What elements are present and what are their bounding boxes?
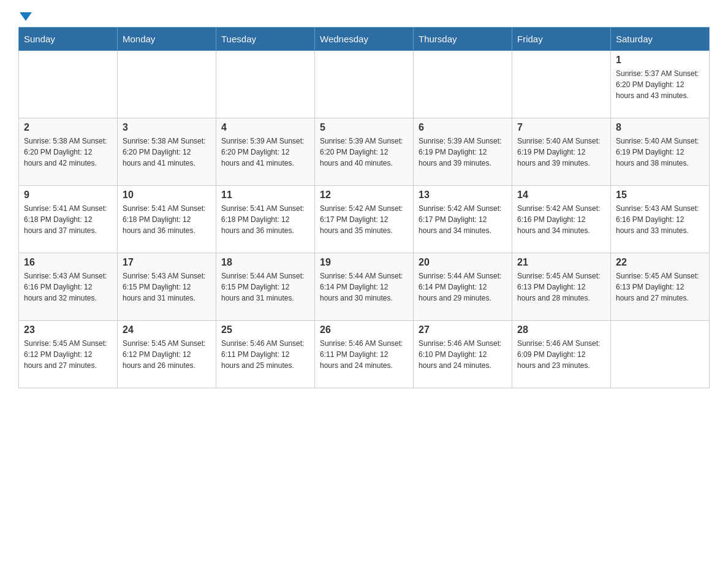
day-number: 26 <box>320 324 408 335</box>
calendar-cell: 22Sunrise: 5:45 AM Sunset: 6:13 PM Dayli… <box>611 253 710 321</box>
logo-arrow-icon <box>20 12 32 21</box>
calendar-cell: 15Sunrise: 5:43 AM Sunset: 6:16 PM Dayli… <box>611 186 710 253</box>
calendar-cell: 14Sunrise: 5:42 AM Sunset: 6:16 PM Dayli… <box>512 186 611 253</box>
day-info: Sunrise: 5:42 AM Sunset: 6:16 PM Dayligh… <box>517 203 605 236</box>
calendar-cell <box>216 51 315 118</box>
weekday-header-sunday: Sunday <box>19 28 118 51</box>
weekday-header-monday: Monday <box>118 28 216 51</box>
day-number: 12 <box>320 190 408 201</box>
weekday-header-saturday: Saturday <box>611 28 710 51</box>
calendar-cell: 8Sunrise: 5:40 AM Sunset: 6:19 PM Daylig… <box>611 118 710 186</box>
calendar-cell <box>315 51 414 118</box>
day-number: 11 <box>221 190 309 201</box>
day-info: Sunrise: 5:45 AM Sunset: 6:12 PM Dayligh… <box>24 338 112 371</box>
day-info: Sunrise: 5:44 AM Sunset: 6:14 PM Dayligh… <box>320 270 408 304</box>
day-number: 21 <box>517 257 605 268</box>
day-number: 22 <box>616 257 704 268</box>
calendar-cell: 17Sunrise: 5:43 AM Sunset: 6:15 PM Dayli… <box>118 253 216 321</box>
day-info: Sunrise: 5:42 AM Sunset: 6:17 PM Dayligh… <box>419 203 507 236</box>
day-info: Sunrise: 5:46 AM Sunset: 6:10 PM Dayligh… <box>419 338 507 371</box>
day-number: 15 <box>616 190 704 201</box>
weekday-header-wednesday: Wednesday <box>315 28 414 51</box>
day-info: Sunrise: 5:45 AM Sunset: 6:13 PM Dayligh… <box>517 270 605 304</box>
calendar-week-row: 16Sunrise: 5:43 AM Sunset: 6:16 PM Dayli… <box>19 253 710 321</box>
day-info: Sunrise: 5:39 AM Sunset: 6:20 PM Dayligh… <box>320 136 408 169</box>
day-number: 16 <box>24 257 112 268</box>
day-info: Sunrise: 5:39 AM Sunset: 6:19 PM Dayligh… <box>419 136 507 169</box>
weekday-header-row: SundayMondayTuesdayWednesdayThursdayFrid… <box>19 28 710 51</box>
calendar-cell <box>118 51 216 118</box>
day-number: 4 <box>221 122 309 133</box>
day-number: 27 <box>419 324 507 335</box>
day-info: Sunrise: 5:39 AM Sunset: 6:20 PM Dayligh… <box>221 136 309 169</box>
day-info: Sunrise: 5:38 AM Sunset: 6:20 PM Dayligh… <box>24 136 112 169</box>
calendar-week-row: 23Sunrise: 5:45 AM Sunset: 6:12 PM Dayli… <box>19 321 710 388</box>
calendar-cell: 23Sunrise: 5:45 AM Sunset: 6:12 PM Dayli… <box>19 321 118 388</box>
day-number: 6 <box>419 122 507 133</box>
day-number: 14 <box>517 190 605 201</box>
weekday-header-friday: Friday <box>512 28 611 51</box>
calendar-cell: 5Sunrise: 5:39 AM Sunset: 6:20 PM Daylig… <box>315 118 414 186</box>
calendar-cell: 11Sunrise: 5:41 AM Sunset: 6:18 PM Dayli… <box>216 186 315 253</box>
calendar-cell: 7Sunrise: 5:40 AM Sunset: 6:19 PM Daylig… <box>512 118 611 186</box>
logo <box>18 12 33 21</box>
calendar-cell: 9Sunrise: 5:41 AM Sunset: 6:18 PM Daylig… <box>19 186 118 253</box>
day-number: 20 <box>419 257 507 268</box>
day-number: 10 <box>123 190 211 201</box>
day-info: Sunrise: 5:41 AM Sunset: 6:18 PM Dayligh… <box>221 203 309 236</box>
calendar-cell: 21Sunrise: 5:45 AM Sunset: 6:13 PM Dayli… <box>512 253 611 321</box>
calendar-cell: 2Sunrise: 5:38 AM Sunset: 6:20 PM Daylig… <box>19 118 118 186</box>
day-number: 19 <box>320 257 408 268</box>
day-number: 28 <box>517 324 605 335</box>
day-number: 7 <box>517 122 605 133</box>
day-info: Sunrise: 5:45 AM Sunset: 6:12 PM Dayligh… <box>123 338 211 371</box>
calendar-cell <box>414 51 512 118</box>
calendar-cell: 20Sunrise: 5:44 AM Sunset: 6:14 PM Dayli… <box>414 253 512 321</box>
calendar-cell <box>19 51 118 118</box>
weekday-header-thursday: Thursday <box>414 28 512 51</box>
day-info: Sunrise: 5:46 AM Sunset: 6:11 PM Dayligh… <box>221 338 309 371</box>
calendar-cell: 16Sunrise: 5:43 AM Sunset: 6:16 PM Dayli… <box>19 253 118 321</box>
calendar-week-row: 2Sunrise: 5:38 AM Sunset: 6:20 PM Daylig… <box>19 118 710 186</box>
day-info: Sunrise: 5:46 AM Sunset: 6:11 PM Dayligh… <box>320 338 408 371</box>
day-info: Sunrise: 5:41 AM Sunset: 6:18 PM Dayligh… <box>24 203 112 236</box>
calendar-cell <box>611 321 710 388</box>
day-number: 9 <box>24 190 112 201</box>
day-number: 5 <box>320 122 408 133</box>
calendar-cell: 6Sunrise: 5:39 AM Sunset: 6:19 PM Daylig… <box>414 118 512 186</box>
day-number: 18 <box>221 257 309 268</box>
calendar-cell: 13Sunrise: 5:42 AM Sunset: 6:17 PM Dayli… <box>414 186 512 253</box>
day-number: 25 <box>221 324 309 335</box>
day-info: Sunrise: 5:38 AM Sunset: 6:20 PM Dayligh… <box>123 136 211 169</box>
day-number: 2 <box>24 122 112 133</box>
day-number: 13 <box>419 190 507 201</box>
calendar-cell: 1Sunrise: 5:37 AM Sunset: 6:20 PM Daylig… <box>611 51 710 118</box>
calendar-cell: 27Sunrise: 5:46 AM Sunset: 6:10 PM Dayli… <box>414 321 512 388</box>
calendar-cell: 10Sunrise: 5:41 AM Sunset: 6:18 PM Dayli… <box>118 186 216 253</box>
day-info: Sunrise: 5:46 AM Sunset: 6:09 PM Dayligh… <box>517 338 605 371</box>
day-info: Sunrise: 5:40 AM Sunset: 6:19 PM Dayligh… <box>616 136 704 169</box>
day-number: 3 <box>123 122 211 133</box>
day-info: Sunrise: 5:42 AM Sunset: 6:17 PM Dayligh… <box>320 203 408 236</box>
day-number: 23 <box>24 324 112 335</box>
day-number: 17 <box>123 257 211 268</box>
calendar-cell: 18Sunrise: 5:44 AM Sunset: 6:15 PM Dayli… <box>216 253 315 321</box>
day-info: Sunrise: 5:43 AM Sunset: 6:16 PM Dayligh… <box>24 270 112 304</box>
day-info: Sunrise: 5:44 AM Sunset: 6:15 PM Dayligh… <box>221 270 309 304</box>
day-info: Sunrise: 5:37 AM Sunset: 6:20 PM Dayligh… <box>616 68 704 101</box>
calendar-cell: 12Sunrise: 5:42 AM Sunset: 6:17 PM Dayli… <box>315 186 414 253</box>
calendar-week-row: 1Sunrise: 5:37 AM Sunset: 6:20 PM Daylig… <box>19 51 710 118</box>
day-info: Sunrise: 5:44 AM Sunset: 6:14 PM Dayligh… <box>419 270 507 304</box>
page-header <box>18 12 710 21</box>
calendar-cell: 24Sunrise: 5:45 AM Sunset: 6:12 PM Dayli… <box>118 321 216 388</box>
weekday-header-tuesday: Tuesday <box>216 28 315 51</box>
calendar-cell: 26Sunrise: 5:46 AM Sunset: 6:11 PM Dayli… <box>315 321 414 388</box>
day-info: Sunrise: 5:40 AM Sunset: 6:19 PM Dayligh… <box>517 136 605 169</box>
calendar-cell: 19Sunrise: 5:44 AM Sunset: 6:14 PM Dayli… <box>315 253 414 321</box>
day-info: Sunrise: 5:43 AM Sunset: 6:15 PM Dayligh… <box>123 270 211 304</box>
calendar-table: SundayMondayTuesdayWednesdayThursdayFrid… <box>18 27 710 388</box>
calendar-cell: 25Sunrise: 5:46 AM Sunset: 6:11 PM Dayli… <box>216 321 315 388</box>
day-number: 1 <box>616 55 704 66</box>
calendar-cell: 3Sunrise: 5:38 AM Sunset: 6:20 PM Daylig… <box>118 118 216 186</box>
day-number: 24 <box>123 324 211 335</box>
